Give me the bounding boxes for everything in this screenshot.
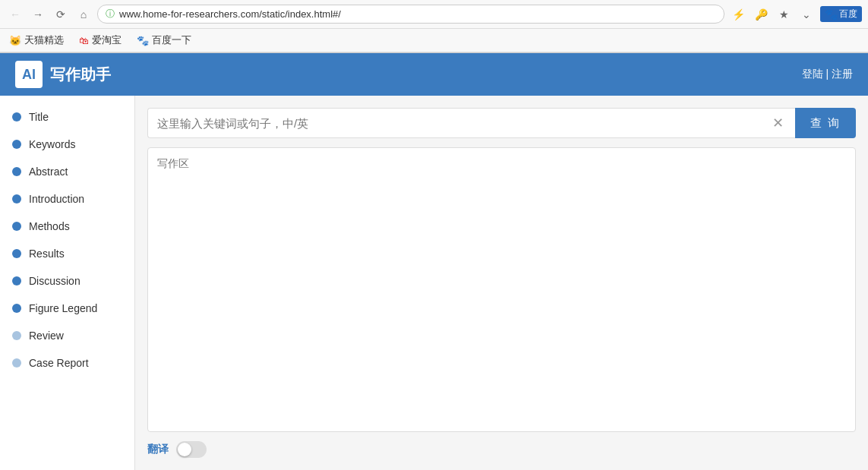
header-left: AI 写作助手	[15, 61, 111, 88]
sidebar-item-results[interactable]: Results	[0, 240, 134, 267]
content-area: ✕ 查 询 翻译	[135, 96, 868, 470]
sidebar-item-figure-legend[interactable]: Figure Legend	[0, 295, 134, 322]
sidebar-dot-abstract	[12, 167, 21, 176]
refresh-button[interactable]: ⟳	[52, 5, 70, 24]
browser-right-icons: ⚡ 🔑 ★ ⌄ 🐾 百度	[729, 5, 862, 24]
sidebar-dot-discussion	[12, 276, 21, 285]
writing-area-container	[147, 147, 856, 432]
back-button[interactable]: ←	[6, 5, 24, 24]
writing-textarea[interactable]	[148, 148, 855, 431]
expand-button[interactable]: ⌄	[797, 5, 816, 24]
url-text: www.home-for-researchers.com/static/inde…	[119, 8, 716, 20]
sidebar-label-review: Review	[29, 330, 64, 342]
sidebar-item-title[interactable]: Title	[0, 103, 134, 131]
search-clear-button[interactable]: ✕	[771, 115, 786, 131]
bookmarks-bar: 🐱 天猫精选 🛍 爱淘宝 🐾 百度一下	[0, 29, 868, 52]
star-button[interactable]: ★	[775, 5, 793, 24]
app-title: 写作助手	[50, 65, 111, 85]
translation-row: 翻译	[147, 441, 856, 458]
header-right[interactable]: 登陆 | 注册	[802, 68, 853, 81]
lightning-button[interactable]: ⚡	[729, 5, 747, 24]
app-header: AI 写作助手 登陆 | 注册	[0, 53, 868, 96]
sidebar-label-results: Results	[29, 248, 65, 260]
sidebar-item-review[interactable]: Review	[0, 322, 134, 349]
browser-toolbar: ← → ⟳ ⌂ ⓘ www.home-for-researchers.com/s…	[0, 0, 868, 29]
home-button[interactable]: ⌂	[74, 5, 93, 24]
sidebar-item-abstract[interactable]: Abstract	[0, 158, 134, 185]
sidebar-dot-methods	[12, 222, 21, 231]
search-bar-wrapper: ✕ 查 询	[147, 108, 856, 138]
baidu-icon: 🐾	[137, 35, 149, 46]
app-logo: AI	[15, 61, 43, 88]
paw-icon: 🐾	[825, 8, 838, 21]
sidebar-label-figure-legend: Figure Legend	[29, 302, 97, 314]
sidebar-dot-title	[12, 112, 21, 121]
sidebar-label-methods: Methods	[29, 220, 70, 232]
translation-toggle[interactable]	[176, 441, 207, 458]
baidu-badge[interactable]: 🐾 百度	[820, 6, 862, 22]
browser-chrome: ← → ⟳ ⌂ ⓘ www.home-for-researchers.com/s…	[0, 0, 868, 53]
bookmark-baidu[interactable]: 🐾 百度一下	[134, 32, 194, 49]
sidebar-item-keywords[interactable]: Keywords	[0, 131, 134, 158]
sidebar-label-keywords: Keywords	[29, 138, 75, 150]
sidebar-dot-case-report	[12, 358, 21, 367]
baidu-label: 百度	[839, 8, 857, 21]
sidebar-dot-introduction	[12, 194, 21, 203]
sidebar-label-discussion: Discussion	[29, 275, 80, 287]
app-container: AI 写作助手 登陆 | 注册 Title Keywords Abstract	[0, 53, 868, 470]
sidebar-dot-results	[12, 249, 21, 258]
sidebar-label-case-report: Case Report	[29, 357, 89, 369]
sidebar-dot-keywords	[12, 140, 21, 149]
key-button[interactable]: 🔑	[752, 5, 770, 24]
sidebar-label-abstract: Abstract	[29, 166, 68, 178]
tianmao-icon: 🐱	[9, 35, 21, 46]
sidebar-item-methods[interactable]: Methods	[0, 213, 134, 240]
main-layout: Title Keywords Abstract Introduction Met…	[0, 96, 868, 470]
search-submit-button[interactable]: 查 询	[795, 108, 856, 138]
sidebar-label-title: Title	[29, 111, 49, 123]
sidebar-label-introduction: Introduction	[29, 193, 84, 205]
sidebar-item-introduction[interactable]: Introduction	[0, 185, 134, 213]
search-bar: ✕	[147, 108, 795, 138]
toggle-knob	[178, 443, 191, 456]
sidebar: Title Keywords Abstract Introduction Met…	[0, 96, 135, 470]
search-input[interactable]	[157, 117, 765, 130]
translation-label: 翻译	[147, 443, 169, 456]
bookmark-taobao[interactable]: 🛍 爱淘宝	[76, 32, 125, 49]
sidebar-item-discussion[interactable]: Discussion	[0, 267, 134, 295]
sidebar-dot-review	[12, 331, 21, 340]
bookmark-tianmao[interactable]: 🐱 天猫精选	[6, 32, 67, 49]
address-bar[interactable]: ⓘ www.home-for-researchers.com/static/in…	[97, 5, 724, 24]
ssl-icon: ⓘ	[106, 8, 115, 21]
forward-button[interactable]: →	[29, 5, 47, 24]
auth-link[interactable]: 登陆 | 注册	[802, 68, 853, 80]
sidebar-dot-figure-legend	[12, 304, 21, 313]
sidebar-item-case-report[interactable]: Case Report	[0, 349, 134, 377]
taobao-icon: 🛍	[79, 35, 89, 46]
